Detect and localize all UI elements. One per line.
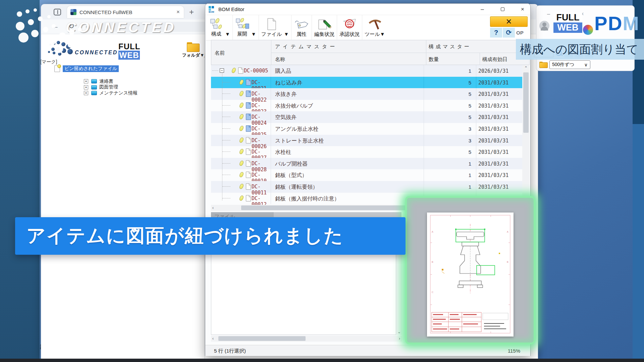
zoom-level: 115% — [508, 348, 520, 354]
pinned-files-label: ピン留めされたファイル — [63, 65, 119, 72]
expand-icon[interactable]: + — [84, 85, 88, 89]
tab-close-icon[interactable]: × — [176, 9, 180, 15]
scroll-thumb[interactable] — [218, 336, 306, 341]
folder-menu-button[interactable]: フォルダ▼ — [182, 42, 204, 58]
toolbar-tools-button[interactable]: ツール▼ — [362, 15, 387, 40]
tab-title: CONNECTED FullWEB — [79, 9, 176, 15]
drawing-preview[interactable]: A B C A B — [427, 213, 514, 337]
col-item-name[interactable]: 名称 — [275, 56, 285, 63]
help-button[interactable]: ? — [490, 28, 502, 38]
toolbar-structure-button[interactable]: 構成 ▼ — [207, 15, 233, 40]
item-icon — [239, 79, 244, 85]
table-row[interactable]: DC-00025アングル形止水栓32031/03/31 — [211, 123, 522, 135]
expand-icon[interactable]: + — [84, 79, 88, 83]
folder-icon — [187, 42, 200, 52]
quantity: 1 — [469, 161, 471, 167]
caret-down-icon: ∨ — [584, 62, 588, 67]
item-icon — [239, 172, 244, 178]
taskbar[interactable] — [0, 359, 644, 362]
fullweb-logo-full: FULL — [553, 13, 582, 22]
bom-app-icon: BOM — [208, 6, 216, 13]
folder-icon — [91, 85, 97, 89]
approval-status-icon — [342, 18, 357, 31]
expand-icon[interactable]: + — [84, 91, 88, 95]
table-row[interactable]: DC-00023水抜分岐バルブ52031/03/31 — [211, 100, 522, 112]
item-name: 水抜き弁 — [275, 91, 297, 98]
watermark-dot — [25, 9, 30, 13]
collapse-icon[interactable]: − — [220, 68, 224, 73]
desktop-left-strip — [0, 0, 40, 362]
bom-titlebar[interactable]: BOM BOM Editor – × — [205, 4, 530, 15]
close-view-button[interactable]: ✕ — [490, 16, 528, 27]
logo-dot — [67, 49, 73, 54]
table-row[interactable]: DC-00021ねじ込み弁52031/03/31 — [211, 77, 522, 88]
page-size-row: 500件ずつ ∨ — [539, 60, 590, 69]
watermark-dot — [52, 24, 56, 28]
table-row[interactable]: DC-00026ストレート形止水栓32031/03/31 — [211, 135, 522, 146]
effective-date: 2031/03/31 — [478, 91, 508, 97]
scroll-left-icon[interactable]: ‹ — [212, 336, 214, 341]
scroll-thumb[interactable] — [523, 72, 529, 133]
dropdown-arrow-icon[interactable]: ▼ — [251, 31, 256, 40]
fullweb-pdm-logo: FULL WEB — [553, 13, 582, 33]
tree-folder-item[interactable]: +連絡書 — [84, 78, 113, 84]
browser-tab[interactable]: CONNECTED FullWEB × — [67, 6, 184, 18]
quantity: 5 — [469, 80, 471, 85]
file-pane-hscrollbar[interactable]: ‹ › — [211, 336, 402, 342]
bom-toolbar: 構成 ▼ 展開 ▼ — [206, 15, 530, 41]
watermark-dot — [78, 40, 82, 44]
page-size-select[interactable]: 500件ずつ ∨ — [549, 60, 590, 69]
tree-folder-label: 連絡書 — [99, 78, 113, 84]
logo-dot — [48, 51, 50, 53]
table-row[interactable]: DC-00024空気抜弁52031/03/31 — [211, 111, 522, 123]
col-item-master[interactable]: アイテムマスター — [275, 44, 337, 50]
document-icon — [238, 67, 243, 74]
scroll-thumb[interactable] — [241, 205, 409, 210]
col-name[interactable]: 名前 — [215, 50, 225, 56]
svg-text:A: A — [432, 231, 433, 233]
toolbar-attribute-button[interactable]: 属性 — [291, 15, 312, 40]
edit-status-label: 編集状況 — [314, 31, 334, 38]
scroll-up-icon[interactable]: ⌃ — [522, 66, 530, 70]
new-tab-button[interactable]: + — [189, 7, 194, 17]
svg-text:B: B — [432, 261, 433, 263]
table-row[interactable]: DC-00028バルブ開栓器12031/03/31 — [211, 158, 522, 170]
item-name: 水栓柱 — [275, 149, 291, 156]
attribute-label: 属性 — [297, 31, 307, 38]
pinned-files-item[interactable]: ピン留めされたファイル — [54, 65, 119, 72]
table-row[interactable]: −DC-00005購入品12026/03/31 — [211, 65, 522, 77]
watermark-dot — [78, 27, 82, 32]
table-row[interactable]: DC-00011銘板（運転要領）12031/03/31 — [211, 181, 522, 193]
toolbar-edit-status-button[interactable]: 編集状況 — [312, 15, 337, 40]
maximize-button[interactable] — [495, 4, 510, 14]
scroll-left-icon[interactable]: ‹ — [212, 205, 214, 210]
scroll-down-icon[interactable]: ⌄ — [396, 329, 402, 334]
tree-folder-item[interactable]: +図面管理 — [84, 84, 118, 90]
item-icon — [239, 148, 244, 155]
dropdown-arrow-icon[interactable]: ▼ — [284, 31, 289, 40]
col-qty[interactable]: 数量 — [429, 56, 439, 63]
minimize-button[interactable]: – — [475, 4, 490, 14]
col-config-master[interactable]: 構成マスター — [429, 44, 471, 50]
scroll-right-icon[interactable]: › — [399, 336, 400, 341]
toolbar-file-button[interactable]: ファイル ▼ — [259, 15, 291, 40]
close-button[interactable]: × — [515, 4, 530, 14]
toolbar-approval-status-button[interactable]: 承認状況 — [337, 15, 362, 40]
table-row[interactable]: DC-00010銘板（型式）12031/03/31 — [211, 169, 522, 181]
document-linked-icon — [246, 102, 251, 109]
table-vscrollbar[interactable]: ⌃ ⌄ — [522, 65, 530, 204]
dropdown-arrow-icon[interactable]: ▼ — [225, 31, 230, 40]
avatar[interactable] — [539, 21, 549, 31]
effective-date: 2031/03/31 — [478, 103, 508, 109]
table-row[interactable]: DC-00022水抜き弁52031/03/31 — [211, 88, 522, 100]
item-icon — [239, 90, 244, 97]
table-row[interactable]: DC-00027水栓柱52031/03/31 — [211, 146, 522, 158]
tree-folder-item[interactable]: +メンテナンス情報 — [84, 90, 138, 96]
document-linked-icon — [246, 79, 251, 85]
tab-actions-icon[interactable] — [54, 9, 61, 15]
file-label: ファイル — [261, 31, 282, 38]
page-size-value: 500件ずつ — [552, 62, 574, 68]
toolbar-expand-button[interactable]: 展開 ▼ — [233, 15, 259, 40]
refresh-button[interactable]: ⟳ — [503, 28, 515, 38]
col-eff-date[interactable]: 構成有効日 — [482, 56, 507, 63]
